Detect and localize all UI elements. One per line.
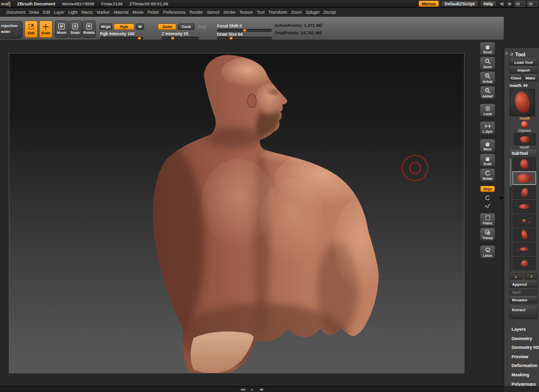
- recent-tool[interactable]: head5: [510, 133, 539, 149]
- section-masking[interactable]: Masking: [510, 370, 539, 380]
- scroll-left-icon[interactable]: ◀◀: [240, 388, 245, 392]
- menu-item-marker[interactable]: Marker: [97, 10, 110, 15]
- magnifier-icon: [485, 73, 491, 79]
- aahalf-button[interactable]: AAHalf: [480, 86, 495, 99]
- menu-item-document[interactable]: Document: [6, 10, 26, 15]
- draw-button[interactable]: Draw: [39, 21, 52, 38]
- draw-size-slider[interactable]: [217, 37, 272, 40]
- draw-size-knob[interactable]: [229, 37, 233, 40]
- rgb-intensity-knob[interactable]: [138, 37, 141, 40]
- transp-button[interactable]: Transp: [480, 227, 495, 241]
- menu-item-stencil[interactable]: Stencil: [206, 10, 220, 15]
- focal-shift-knob[interactable]: [243, 29, 246, 32]
- clone-button[interactable]: Clone: [510, 74, 522, 81]
- scale-canvas-button[interactable]: Scale: [480, 153, 495, 167]
- subtool-up-button[interactable]: ▲: [510, 273, 522, 279]
- active-tool-thumbnail[interactable]: [510, 89, 535, 116]
- rgb-button[interactable]: Rgb: [114, 24, 134, 30]
- menus-button[interactable]: Menus: [418, 0, 440, 7]
- local-button[interactable]: Local: [480, 103, 495, 117]
- orbit-icon[interactable]: [484, 195, 491, 201]
- menu-item-zplugin[interactable]: Zplugin: [305, 10, 320, 15]
- shelf-scroll-left-icon[interactable]: ◀|||: [498, 1, 504, 6]
- dock-left-tray-icon[interactable]: [514, 1, 525, 7]
- document-canvas[interactable]: [9, 53, 465, 373]
- default-zscript-button[interactable]: DefaultZScript: [441, 0, 478, 7]
- curve-icon[interactable]: [484, 202, 491, 209]
- menu-item-light[interactable]: Light: [68, 10, 78, 15]
- mrgb-button[interactable]: Mrgb: [99, 24, 112, 30]
- subtool-item-selected[interactable]: [513, 172, 536, 185]
- scroll-button[interactable]: Scroll: [480, 42, 495, 55]
- menu-item-zoom[interactable]: Zoom: [291, 10, 302, 15]
- menu-item-transform[interactable]: Transform: [268, 10, 288, 15]
- menu-item-tool[interactable]: Tool: [256, 10, 265, 15]
- shelf-scroll-right-icon[interactable]: |||▶: [507, 1, 513, 6]
- scroll-handle-icon[interactable]: ◀▶: [259, 388, 264, 392]
- menu-item-stroke[interactable]: Stroke: [223, 10, 236, 15]
- section-geometry-hd[interactable]: Geometry HD: [510, 343, 539, 352]
- subtool-item[interactable]: [513, 186, 536, 199]
- subtool-item[interactable]: [513, 257, 536, 270]
- lsym-button[interactable]: L.Sym: [480, 121, 495, 135]
- section-layers[interactable]: Layers: [510, 325, 539, 334]
- m-button[interactable]: M: [136, 24, 144, 30]
- zadd-button[interactable]: Zadd: [158, 24, 176, 30]
- menu-item-movie[interactable]: Movie: [132, 10, 144, 15]
- section-polygroups[interactable]: Polygroups: [510, 380, 539, 386]
- subtool-scrollbar-thumb[interactable]: [510, 158, 512, 187]
- frame-button[interactable]: Frame: [480, 213, 495, 226]
- subtool-section-header[interactable]: SubTool: [510, 150, 538, 156]
- actual-button[interactable]: Actual: [480, 71, 495, 85]
- zcut-button[interactable]: Zcut: [197, 24, 206, 29]
- zsub-button[interactable]: Zsub: [178, 24, 195, 30]
- subtool-item[interactable]: [513, 157, 536, 171]
- subtool-down-button[interactable]: ▼: [525, 273, 538, 279]
- tray-resize-handle[interactable]: ◀▶: [498, 195, 503, 200]
- menu-item-draw[interactable]: Draw: [29, 10, 40, 15]
- extract-button[interactable]: Extract: [510, 306, 538, 319]
- subtool-item[interactable]: [513, 243, 536, 256]
- move-canvas-button[interactable]: Move: [480, 139, 495, 152]
- menu-item-texture[interactable]: Texture: [239, 10, 253, 15]
- scroll-up-icon[interactable]: ▲: [250, 388, 253, 391]
- zsphere-tool[interactable]: ZSphere: [510, 121, 539, 132]
- append-button[interactable]: Append: [510, 281, 538, 288]
- z-intensity-slider[interactable]: [162, 37, 199, 40]
- scale-button[interactable]: S Scale: [69, 21, 82, 38]
- rgb-intensity-slider[interactable]: [100, 37, 143, 40]
- menu-item-macro[interactable]: Macro: [81, 10, 94, 15]
- sculpt-model[interactable]: [138, 53, 388, 373]
- sxyz-button[interactable]: Sxyz: [480, 186, 495, 192]
- move-button[interactable]: M Move: [55, 21, 68, 38]
- menu-item-edit[interactable]: Edit: [43, 10, 51, 15]
- zsphere-icon: [521, 121, 528, 128]
- section-preview[interactable]: Preview: [510, 352, 539, 362]
- menu-item-preferences[interactable]: Preferences: [163, 10, 186, 15]
- rotate-button[interactable]: R Rotate: [82, 21, 96, 38]
- subtool-scrollbar[interactable]: [510, 157, 512, 272]
- load-tool-button[interactable]: Load Tool: [510, 59, 538, 66]
- make-polymesh-button[interactable]: Make: [523, 74, 538, 81]
- z-intensity-knob[interactable]: [171, 37, 174, 40]
- subtool-item[interactable]: [513, 228, 536, 242]
- menu-item-zscript[interactable]: Zscript: [323, 10, 337, 15]
- menu-item-material[interactable]: Material: [113, 10, 129, 15]
- rotate-canvas-button[interactable]: Rotate: [480, 168, 495, 182]
- edit-button[interactable]: Edit: [24, 21, 38, 38]
- dock-right-tray-icon[interactable]: [527, 1, 538, 7]
- subtool-item[interactable]: [513, 214, 536, 227]
- section-deformation[interactable]: Deformation: [510, 361, 539, 370]
- rename-button[interactable]: Rename: [510, 296, 538, 303]
- subtool-item[interactable]: [513, 200, 536, 213]
- menu-item-picker[interactable]: Picker: [147, 10, 160, 15]
- collapse-panel-icon[interactable]: ∧: [505, 51, 508, 55]
- help-button[interactable]: Help: [480, 0, 497, 7]
- section-geometry[interactable]: Geometry: [510, 334, 539, 343]
- lasso-button[interactable]: Lasso: [480, 245, 495, 259]
- menu-item-layer[interactable]: Layer: [53, 10, 65, 15]
- menu-item-render[interactable]: Render: [189, 10, 203, 15]
- zoom-button[interactable]: Zoom: [480, 56, 495, 70]
- import-button[interactable]: Import: [510, 67, 538, 74]
- projection-master-button[interactable]: rojection aster: [0, 21, 23, 39]
